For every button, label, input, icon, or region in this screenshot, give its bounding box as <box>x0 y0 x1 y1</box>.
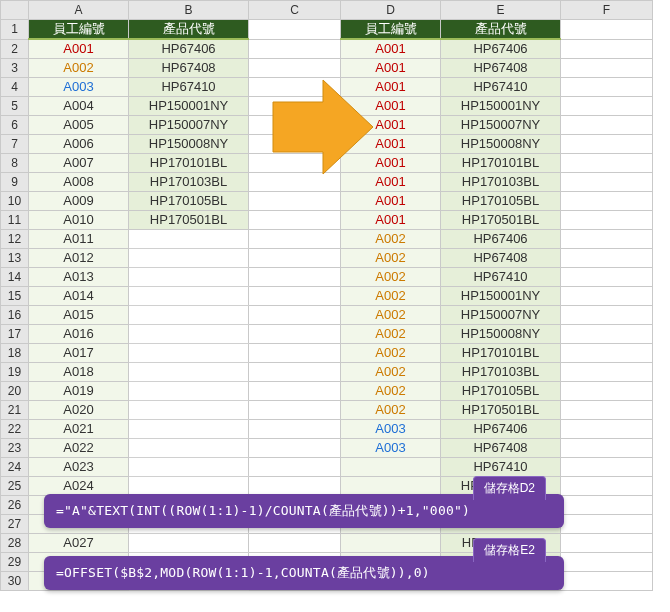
cell[interactable]: HP170101BL <box>129 153 249 172</box>
cell[interactable] <box>249 533 341 552</box>
cell[interactable]: A024 <box>29 476 129 495</box>
cell[interactable]: A006 <box>29 134 129 153</box>
cell[interactable] <box>561 381 653 400</box>
cell[interactable] <box>561 324 653 343</box>
cell[interactable] <box>561 58 653 77</box>
cell[interactable] <box>561 267 653 286</box>
cell[interactable]: A017 <box>29 343 129 362</box>
cell[interactable]: HP150001NY <box>129 96 249 115</box>
row-header[interactable]: 9 <box>1 172 29 191</box>
row-header[interactable]: 12 <box>1 229 29 248</box>
cell[interactable] <box>341 457 441 476</box>
cell[interactable]: HP67408 <box>129 58 249 77</box>
row-header[interactable]: 1 <box>1 20 29 40</box>
col-header-F[interactable]: F <box>561 1 653 20</box>
row-header[interactable]: 26 <box>1 495 29 514</box>
cell[interactable]: HP170105BL <box>441 191 561 210</box>
cell[interactable]: HP67408 <box>441 58 561 77</box>
cell[interactable] <box>561 20 653 40</box>
cell[interactable]: A003 <box>29 77 129 96</box>
cell[interactable]: HP67406 <box>441 419 561 438</box>
col-header-E[interactable]: E <box>441 1 561 20</box>
cell[interactable]: HP170501BL <box>441 400 561 419</box>
row-header[interactable]: 15 <box>1 286 29 305</box>
row-header[interactable]: 24 <box>1 457 29 476</box>
cell[interactable] <box>129 400 249 419</box>
cell[interactable] <box>129 362 249 381</box>
cell[interactable] <box>561 134 653 153</box>
cell[interactable] <box>341 533 441 552</box>
cell[interactable]: A002 <box>341 343 441 362</box>
cell[interactable] <box>129 248 249 267</box>
cell[interactable] <box>129 457 249 476</box>
row-header[interactable]: 4 <box>1 77 29 96</box>
cell[interactable] <box>561 77 653 96</box>
cell[interactable]: A005 <box>29 115 129 134</box>
row-header[interactable]: 28 <box>1 533 29 552</box>
row-header[interactable]: 10 <box>1 191 29 210</box>
cell[interactable] <box>561 457 653 476</box>
row-header[interactable]: 29 <box>1 552 29 571</box>
row-header[interactable]: 25 <box>1 476 29 495</box>
cell[interactable]: A008 <box>29 172 129 191</box>
row-header[interactable]: 5 <box>1 96 29 115</box>
cell[interactable] <box>249 115 341 134</box>
cell[interactable]: A002 <box>341 362 441 381</box>
cell[interactable] <box>249 457 341 476</box>
cell[interactable]: A016 <box>29 324 129 343</box>
cell[interactable] <box>561 248 653 267</box>
cell[interactable] <box>561 39 653 58</box>
col-header-D[interactable]: D <box>341 1 441 20</box>
cell[interactable] <box>249 77 341 96</box>
cell[interactable]: A001 <box>341 172 441 191</box>
cell[interactable]: HP150007NY <box>441 305 561 324</box>
cell[interactable] <box>249 305 341 324</box>
cell[interactable] <box>249 400 341 419</box>
cell[interactable]: HP170103BL <box>441 362 561 381</box>
cell[interactable] <box>561 438 653 457</box>
cell[interactable]: HP67406 <box>441 229 561 248</box>
cell[interactable] <box>129 438 249 457</box>
cell[interactable] <box>561 115 653 134</box>
cell[interactable]: A004 <box>29 96 129 115</box>
cell[interactable]: HP67408 <box>441 438 561 457</box>
cell[interactable]: HP150001NY <box>441 96 561 115</box>
cell[interactable]: 員工編號 <box>341 20 441 40</box>
cell[interactable]: A002 <box>341 305 441 324</box>
cell[interactable]: A018 <box>29 362 129 381</box>
cell[interactable] <box>561 514 653 533</box>
cell[interactable] <box>561 286 653 305</box>
cell[interactable] <box>249 210 341 229</box>
cell[interactable]: A014 <box>29 286 129 305</box>
row-header[interactable]: 6 <box>1 115 29 134</box>
cell[interactable]: A001 <box>341 134 441 153</box>
cell[interactable]: A002 <box>341 248 441 267</box>
cell[interactable]: A019 <box>29 381 129 400</box>
cell[interactable]: HP170501BL <box>441 210 561 229</box>
cell[interactable]: A001 <box>341 58 441 77</box>
cell[interactable]: HP170103BL <box>441 172 561 191</box>
cell[interactable] <box>561 191 653 210</box>
cell[interactable] <box>561 495 653 514</box>
cell[interactable]: HP150008NY <box>441 134 561 153</box>
cell[interactable] <box>129 324 249 343</box>
cell[interactable] <box>561 400 653 419</box>
cell[interactable]: 員工編號 <box>29 20 129 40</box>
cell[interactable]: HP67408 <box>441 248 561 267</box>
cell[interactable] <box>249 39 341 58</box>
cell[interactable] <box>249 20 341 40</box>
cell[interactable] <box>561 305 653 324</box>
cell[interactable] <box>249 343 341 362</box>
cell[interactable]: A002 <box>341 229 441 248</box>
cell[interactable]: A001 <box>341 115 441 134</box>
cell[interactable] <box>561 552 653 571</box>
cell[interactable] <box>129 533 249 552</box>
cell[interactable]: HP170105BL <box>129 191 249 210</box>
cell[interactable]: A007 <box>29 153 129 172</box>
row-header[interactable]: 19 <box>1 362 29 381</box>
cell[interactable]: A002 <box>341 324 441 343</box>
row-header[interactable]: 23 <box>1 438 29 457</box>
cell[interactable] <box>561 533 653 552</box>
col-header-C[interactable]: C <box>249 1 341 20</box>
cell[interactable]: A001 <box>341 191 441 210</box>
